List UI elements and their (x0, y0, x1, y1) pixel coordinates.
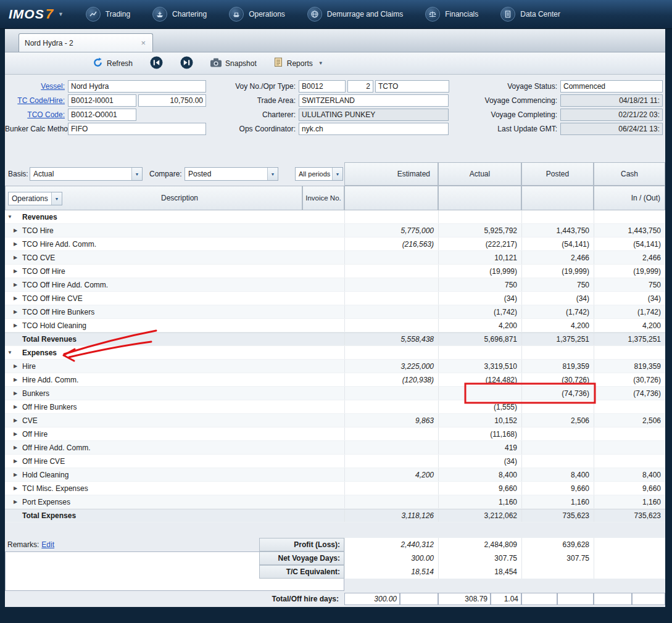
row-description: ▶TCO Hire Add. Comm. (5, 237, 302, 250)
pnl-row[interactable]: ▶Off Hire CVE(34) (5, 455, 665, 468)
pnl-row[interactable]: ▶Hire3,225,0003,319,510819,359819,359 (5, 360, 665, 373)
expand-icon[interactable]: ▶ (14, 390, 21, 396)
bunker-calc-method-field[interactable]: FIFO (68, 123, 206, 135)
bunker-calc-method-label: Bunker Calc Method: (5, 125, 68, 133)
expand-icon[interactable]: ▶ (14, 485, 21, 491)
pnl-row[interactable]: ▶Port Expenses1,1601,1601,160 (5, 495, 665, 509)
tco-code-field[interactable]: B0012-O0001 (68, 109, 136, 121)
estimated-cell: 5,558,438 (344, 333, 438, 345)
expand-icon[interactable]: ▶ (14, 431, 21, 437)
column-header-cash: Cash (594, 162, 665, 186)
expand-icon[interactable]: ▶ (14, 323, 21, 328)
pnl-row[interactable]: ▶Bunkers(74,736)(74,736) (5, 387, 665, 400)
close-icon[interactable]: × (139, 38, 147, 47)
pnl-section-row[interactable]: ▼Expenses (5, 346, 665, 360)
pnl-total-row: Total Expenses3,118,1263,212,062735,6237… (5, 509, 665, 522)
expand-icon[interactable]: ▶ (14, 445, 21, 450)
periods-dropdown[interactable]: All periods ▼ (295, 167, 343, 181)
nav-item-operations[interactable]: Operations (229, 7, 285, 22)
pnl-row[interactable]: ▶TCO Hold Cleaning4,2004,2004,200 (5, 319, 665, 332)
vessel-field[interactable]: Nord Hydra (68, 80, 206, 93)
column-subheader-posted (521, 186, 594, 210)
expand-icon[interactable]: ▶ (14, 499, 21, 505)
pnl-row[interactable]: ▶Hire Add. Comm.(120,938)(124,482)(30,72… (5, 373, 665, 387)
row-label: Off Hire CVE (22, 457, 65, 466)
pnl-row[interactable]: ▶TCO Off Hire CVE(34)(34)(34) (5, 292, 665, 305)
reports-button[interactable]: Reports ▼ (274, 57, 323, 69)
pnl-row[interactable]: ▶Off Hire Add. Comm.419 (5, 441, 665, 455)
toolbar: Refresh Snapshot Reports ▼ (5, 52, 665, 75)
expand-icon[interactable]: ▶ (14, 241, 21, 247)
expand-icon[interactable]: ▶ (14, 282, 21, 287)
invoice-cell (302, 251, 344, 264)
expand-icon[interactable]: ▶ (14, 309, 21, 315)
refresh-button[interactable]: Refresh (93, 57, 133, 70)
expand-icon[interactable]: ▶ (14, 363, 21, 369)
imos-logo[interactable]: IMOS 7 ▼ (9, 6, 64, 22)
expand-icon[interactable]: ▶ (14, 404, 21, 410)
expand-icon[interactable]: ▶ (14, 458, 21, 464)
pnl-row[interactable]: ▶TCO Hire5,775,0005,925,7921,443,7501,44… (5, 224, 665, 237)
row-label: TCO Hold Cleaning (22, 321, 86, 330)
row-description: ▶Port Expenses (5, 495, 302, 508)
pnl-row[interactable]: ▶TCO Off Hire Bunkers(1,742)(1,742)(1,74… (5, 305, 665, 319)
tc-code-hire-label-link[interactable]: TC Code/Hire: (17, 96, 65, 105)
expand-icon[interactable]: ▶ (14, 268, 21, 274)
pnl-row[interactable]: ▶TCO CVE10,1212,4662,466 (5, 251, 665, 265)
trade-area-field[interactable]: SWITZERLAND (299, 94, 449, 107)
nav-item-demurrage-claims[interactable]: Demurrage and Claims (307, 7, 403, 22)
snapshot-button[interactable]: Snapshot (210, 58, 257, 69)
pnl-row[interactable]: ▶TCO Hire Add. Comm.(216,563)(222,217)(5… (5, 237, 665, 251)
row-description: ▶Hire Add. Comm. (5, 373, 302, 386)
tco-code-label-link[interactable]: TCO Code: (27, 110, 65, 119)
expand-icon[interactable]: ▶ (14, 377, 21, 382)
estimated-cell (344, 455, 438, 468)
pnl-row[interactable]: ▶TCO Off Hire Add. Comm.750750750 (5, 278, 665, 292)
row-description: Total Expenses (5, 510, 302, 522)
opr-type-field[interactable]: TCTO (375, 80, 449, 93)
operations-dropdown[interactable]: Operations ▼ (8, 192, 62, 205)
voyage-number-field[interactable]: B0012 (299, 80, 346, 93)
next-voyage-button[interactable] (180, 56, 193, 71)
tab-title: Nord Hydra - 2 (25, 39, 139, 47)
expand-icon[interactable]: ▶ (14, 472, 21, 477)
tc-equivalent-estimated: 18,514 (344, 565, 438, 579)
actual-cell: 9,660 (438, 482, 521, 495)
nav-item-data-center[interactable]: Data Center (500, 7, 560, 22)
expand-icon[interactable]: ▶ (14, 255, 21, 260)
pnl-row[interactable]: ▶CVE9,86310,1522,5062,506 (5, 414, 665, 427)
pnl-row[interactable]: ▶Off Hire Bunkers(1,555) (5, 400, 665, 414)
nav-item-chartering[interactable]: Chartering (152, 7, 207, 22)
actual-cell (438, 387, 521, 400)
voyage-status-field[interactable]: Commenced (560, 80, 663, 93)
collapse-icon[interactable]: ▼ (7, 214, 15, 220)
nav-item-trading[interactable]: Trading (86, 7, 130, 22)
pnl-section-row[interactable]: ▼Revenues (5, 210, 665, 224)
compare-dropdown[interactable]: Posted ▼ (185, 167, 278, 181)
posted-cell: (1,742) (521, 305, 594, 318)
nav-item-financials[interactable]: Financials (425, 7, 478, 22)
remarks-edit-link[interactable]: Edit (41, 540, 54, 549)
previous-voyage-button[interactable] (150, 56, 163, 71)
operations-ship-icon (229, 7, 244, 22)
expand-icon[interactable]: ▶ (14, 418, 21, 423)
total-days-posted-cell (521, 593, 557, 605)
tc-hire-rate-field[interactable]: 10,750.00 (138, 94, 206, 107)
basis-dropdown[interactable]: Actual ▼ (30, 167, 143, 181)
pnl-row[interactable]: ▶Off Hire(11,168) (5, 427, 665, 441)
tab-nord-hydra-2[interactable]: Nord Hydra - 2 × (19, 33, 153, 52)
pnl-row[interactable]: ▶TCO Off Hire(19,999)(19,999)(19,999) (5, 265, 665, 278)
pnl-row[interactable]: ▶Hold Cleaning4,2008,4008,4008,400 (5, 468, 665, 482)
column-header-posted: Posted (521, 162, 594, 186)
net-voyage-days-label: Net Voyage Days: (259, 551, 344, 565)
tc-code-field[interactable]: B0012-I0001 (68, 94, 136, 107)
collapse-icon[interactable]: ▼ (7, 350, 15, 355)
ops-coordinator-field[interactable]: nyk.ch (299, 123, 449, 135)
pnl-row[interactable]: ▶TCI Misc. Expenses9,6609,6609,660 (5, 482, 665, 495)
voyage-seq-field[interactable]: 2 (347, 80, 373, 93)
estimated-cell: (120,938) (344, 373, 438, 386)
expand-icon[interactable]: ▶ (14, 228, 21, 233)
expand-icon[interactable]: ▶ (14, 295, 21, 301)
vessel-label-link[interactable]: Vessel: (41, 82, 65, 91)
compare-label: Compare: (149, 170, 182, 178)
